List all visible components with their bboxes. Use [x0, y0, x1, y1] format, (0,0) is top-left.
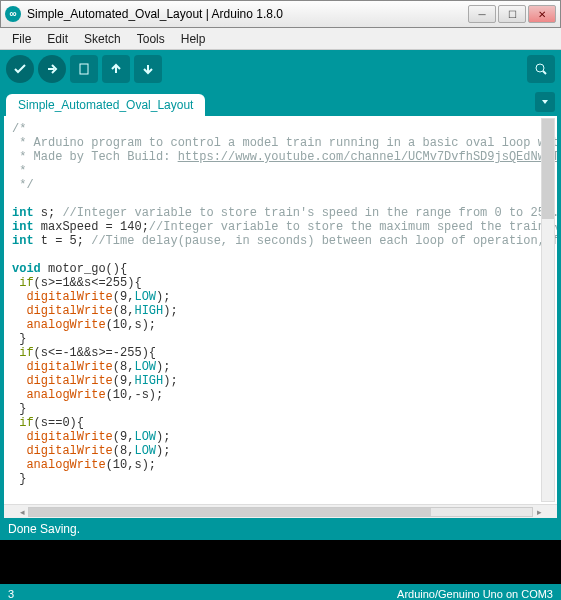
- code-func: digitalWrite: [12, 360, 113, 374]
- window-title: Simple_Automated_Oval_Layout | Arduino 1…: [27, 7, 466, 21]
- code-keyword: int: [12, 206, 34, 220]
- sketch-tab[interactable]: Simple_Automated_Oval_Layout: [6, 94, 205, 116]
- code-text: (9,: [113, 430, 135, 444]
- code-keyword: int: [12, 220, 34, 234]
- code-func: digitalWrite: [12, 430, 113, 444]
- code-const: HIGH: [134, 374, 163, 388]
- serial-monitor-button[interactable]: [527, 55, 555, 83]
- menu-tools[interactable]: Tools: [131, 30, 171, 48]
- code-line: }: [12, 332, 26, 346]
- menu-sketch[interactable]: Sketch: [78, 30, 127, 48]
- code-line: }: [12, 402, 26, 416]
- code-comment: //Time delay(pause, in seconds) between …: [91, 234, 557, 248]
- tab-strip: Simple_Automated_Oval_Layout: [0, 88, 561, 116]
- code-keyword: if: [12, 276, 34, 290]
- horizontal-scroll-track[interactable]: [28, 507, 533, 517]
- status-bar: 3 Arduino/Genuino Uno on COM3: [0, 584, 561, 600]
- code-func: digitalWrite: [12, 444, 113, 458]
- code-text: );: [156, 360, 170, 374]
- verify-button[interactable]: [6, 55, 34, 83]
- code-text: );: [156, 444, 170, 458]
- code-func: digitalWrite: [12, 304, 113, 318]
- save-button[interactable]: [134, 55, 162, 83]
- code-text: (10,-s);: [106, 388, 164, 402]
- console-status: Done Saving.: [0, 518, 561, 540]
- svg-rect-0: [80, 64, 88, 74]
- close-button[interactable]: ✕: [528, 5, 556, 23]
- code-const: LOW: [134, 290, 156, 304]
- code-text: );: [163, 374, 177, 388]
- editor-area: /* * Arduino program to control a model …: [0, 116, 561, 518]
- horizontal-scroll-thumb[interactable]: [29, 508, 431, 516]
- code-text: (s>=1&&s<=255){: [34, 276, 142, 290]
- code-text: maxSpeed = 140;: [34, 220, 149, 234]
- svg-point-1: [536, 64, 544, 72]
- code-keyword: void: [12, 262, 41, 276]
- open-button[interactable]: [102, 55, 130, 83]
- code-line: * Arduino program to control a model tra…: [12, 136, 557, 150]
- tab-menu-button[interactable]: [535, 92, 555, 112]
- menu-file[interactable]: File: [6, 30, 37, 48]
- code-text: (9,: [113, 374, 135, 388]
- minimize-button[interactable]: ─: [468, 5, 496, 23]
- line-number: 3: [8, 588, 28, 600]
- code-func: analogWrite: [12, 458, 106, 472]
- code-func: analogWrite: [12, 388, 106, 402]
- code-text: );: [163, 304, 177, 318]
- arduino-app-icon: ∞: [5, 6, 21, 22]
- code-func: analogWrite: [12, 318, 106, 332]
- vertical-scroll-thumb[interactable]: [542, 119, 554, 219]
- new-button[interactable]: [70, 55, 98, 83]
- code-text: );: [156, 430, 170, 444]
- code-line: */: [12, 178, 34, 192]
- code-func: digitalWrite: [12, 374, 113, 388]
- code-text: s;: [34, 206, 63, 220]
- menu-edit[interactable]: Edit: [41, 30, 74, 48]
- board-info: Arduino/Genuino Uno on COM3: [397, 588, 553, 600]
- code-keyword: if: [12, 346, 34, 360]
- console-output: [0, 540, 561, 584]
- menu-bar: File Edit Sketch Tools Help: [0, 28, 561, 50]
- scroll-left-arrow-icon[interactable]: ◂: [16, 507, 28, 517]
- code-keyword: if: [12, 416, 34, 430]
- code-line: }: [12, 472, 26, 486]
- code-const: LOW: [134, 430, 156, 444]
- code-text: (8,: [113, 360, 135, 374]
- code-func: digitalWrite: [12, 290, 113, 304]
- code-line: * Made by Tech Build:: [12, 150, 178, 164]
- maximize-button[interactable]: ☐: [498, 5, 526, 23]
- code-text: t = 5;: [34, 234, 92, 248]
- menu-help[interactable]: Help: [175, 30, 212, 48]
- toolbar: [0, 50, 561, 88]
- code-text: (9,: [113, 290, 135, 304]
- code-comment: //Integer variable to store train's spee…: [62, 206, 557, 220]
- code-editor[interactable]: /* * Arduino program to control a model …: [4, 116, 557, 504]
- code-keyword: int: [12, 234, 34, 248]
- code-link: https://www.youtube.com/channel/UCMv7Dvf…: [178, 150, 557, 164]
- horizontal-scrollbar[interactable]: ◂ ▸: [4, 504, 557, 518]
- code-const: HIGH: [134, 304, 163, 318]
- code-text: (10,s);: [106, 458, 156, 472]
- code-text: (8,: [113, 444, 135, 458]
- window-titlebar: ∞ Simple_Automated_Oval_Layout | Arduino…: [0, 0, 561, 28]
- code-text: );: [156, 290, 170, 304]
- code-text: (s==0){: [34, 416, 84, 430]
- code-text: (10,s);: [106, 318, 156, 332]
- vertical-scrollbar[interactable]: [541, 118, 555, 502]
- code-comment: //Integer variable to store the maximum …: [149, 220, 557, 234]
- code-text: motor_go(){: [41, 262, 127, 276]
- scroll-right-arrow-icon[interactable]: ▸: [533, 507, 545, 517]
- code-line: *: [12, 164, 26, 178]
- code-const: LOW: [134, 360, 156, 374]
- code-text: (8,: [113, 304, 135, 318]
- code-line: /*: [12, 122, 26, 136]
- code-const: LOW: [134, 444, 156, 458]
- code-text: (s<=-1&&s>=-255){: [34, 346, 156, 360]
- upload-button[interactable]: [38, 55, 66, 83]
